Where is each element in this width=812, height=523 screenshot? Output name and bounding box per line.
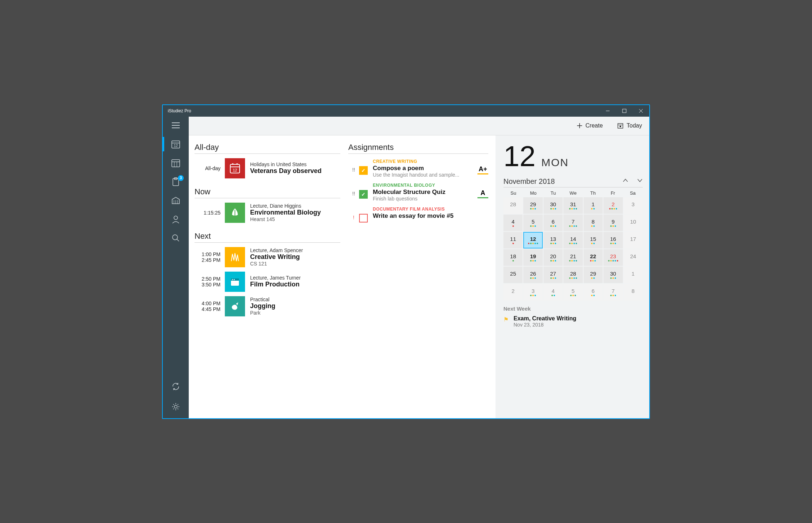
calendar-cell[interactable]: 5 bbox=[523, 215, 542, 231]
create-label: Create bbox=[585, 122, 603, 129]
assignment-grade: A bbox=[477, 189, 488, 198]
nav-settings[interactable] bbox=[166, 398, 186, 415]
calendar-cell[interactable]: 28 bbox=[563, 267, 582, 283]
event-title: Veterans Day observed bbox=[250, 167, 322, 175]
assignment-grade: A+ bbox=[477, 165, 488, 174]
next-week-section: Next Week ⚑ Exam, Creative Writing Nov 2… bbox=[503, 306, 643, 328]
nav-today[interactable]: 12 bbox=[166, 135, 186, 153]
next-week-item[interactable]: ⚑ Exam, Creative Writing Nov 23, 2018 bbox=[503, 315, 643, 328]
assignment-item[interactable]: !!✓CREATIVE WRITINGCompose a poemUse the… bbox=[348, 159, 488, 178]
create-button[interactable]: Create bbox=[577, 122, 603, 129]
next-event[interactable]: 1:00 PM2:45 PMLecture, Adam SpencerCreat… bbox=[195, 247, 340, 267]
calendar-cell[interactable]: 3 bbox=[624, 197, 643, 214]
calendar-cell[interactable]: 6 bbox=[584, 284, 603, 301]
calendar-cell[interactable]: 8 bbox=[584, 215, 603, 231]
prev-month-button[interactable] bbox=[623, 178, 628, 185]
calendar-icon bbox=[171, 158, 180, 168]
calendar-cell[interactable]: 2 bbox=[603, 197, 623, 214]
today-button[interactable]: Today bbox=[617, 122, 642, 129]
nav-planner[interactable] bbox=[166, 192, 186, 209]
now-event[interactable]: 1:15:25 Lecture, Diane Higgins Environme… bbox=[195, 203, 340, 223]
next-event[interactable]: 4:00 PM4:45 PMPracticalJoggingPark bbox=[195, 296, 340, 316]
calendar-cell[interactable]: 7 bbox=[563, 215, 582, 231]
weekday-header: Th bbox=[583, 190, 603, 196]
event-title: Jogging bbox=[250, 302, 275, 310]
calendar-cell[interactable]: 9 bbox=[603, 215, 623, 231]
calendar-cell[interactable]: 21 bbox=[563, 249, 582, 266]
close-button[interactable] bbox=[633, 105, 649, 117]
calendar-cell[interactable]: 1 bbox=[624, 267, 643, 283]
calendar-cell[interactable]: 29 bbox=[584, 267, 603, 283]
maximize-button[interactable] bbox=[616, 105, 633, 117]
calendar-cell[interactable]: 19 bbox=[523, 249, 542, 266]
calendar-cell[interactable]: 25 bbox=[503, 267, 523, 283]
calendar-cell[interactable]: 30 bbox=[543, 197, 563, 214]
calendar-cell[interactable]: 18 bbox=[503, 249, 523, 266]
calendar-cell[interactable]: 30 bbox=[603, 267, 623, 283]
next-month-button[interactable] bbox=[637, 178, 643, 185]
titlebar[interactable]: iStudiez Pro bbox=[163, 105, 649, 117]
nav-assignments[interactable]: 3 bbox=[166, 173, 186, 190]
calendar-cell[interactable]: 15 bbox=[584, 232, 603, 248]
assignment-item[interactable]: !!✓ENVIRONMENTAL BIOLOGYMolecular Struct… bbox=[348, 183, 488, 202]
assignment-checkbox[interactable]: ✓ bbox=[359, 166, 368, 175]
allday-header: All-day bbox=[195, 143, 340, 154]
calendar-cell[interactable]: 22 bbox=[584, 249, 603, 266]
building-icon bbox=[171, 196, 180, 205]
allday-event[interactable]: All-day 12 Holidays in United States Vet… bbox=[195, 158, 340, 178]
calendar-cell[interactable]: 13 bbox=[543, 232, 563, 248]
assignment-title: Compose a poem bbox=[373, 165, 477, 172]
next-event[interactable]: 2:50 PM3:50 PMLecture, James TurnerFilm … bbox=[195, 272, 340, 292]
event-line1: Lecture, James Turner bbox=[250, 275, 301, 281]
calendar-cell[interactable]: 26 bbox=[523, 267, 542, 283]
calendar-cell[interactable]: 4 bbox=[503, 215, 523, 231]
priority-indicator: ! bbox=[348, 207, 359, 220]
leaf-icon bbox=[228, 206, 241, 219]
svg-rect-27 bbox=[620, 126, 621, 127]
svg-text:12: 12 bbox=[233, 168, 237, 172]
calendar-cell[interactable]: 20 bbox=[543, 249, 563, 266]
svg-text:12: 12 bbox=[174, 144, 178, 148]
nav-calendar[interactable] bbox=[166, 154, 186, 172]
calendar-cell[interactable]: 17 bbox=[624, 232, 643, 248]
event-time: 2:50 PM3:50 PM bbox=[195, 276, 223, 288]
calendar-cell[interactable]: 4 bbox=[543, 284, 563, 301]
event-title: Film Production bbox=[250, 281, 301, 288]
calendar-cell[interactable]: 23 bbox=[603, 249, 623, 266]
calendar-cell[interactable]: 24 bbox=[624, 249, 643, 266]
calendar-cell[interactable]: 3 bbox=[523, 284, 542, 301]
calendar-cell[interactable]: 14 bbox=[563, 232, 582, 248]
calendar-cell[interactable]: 2 bbox=[503, 284, 523, 301]
calendar-cell[interactable]: 28 bbox=[503, 197, 523, 214]
calendar-cell[interactable]: 6 bbox=[543, 215, 563, 231]
calendar-cell[interactable]: 10 bbox=[624, 215, 643, 231]
assignment-checkbox[interactable]: ✓ bbox=[359, 190, 368, 199]
calendar-cell[interactable]: 7 bbox=[603, 284, 623, 301]
svg-point-31 bbox=[236, 163, 238, 165]
assignment-course: DOCUMENTARY FILM ANALYSIS bbox=[373, 207, 488, 212]
nav-sync[interactable] bbox=[166, 378, 186, 395]
calendar-cell[interactable]: 12 bbox=[523, 232, 542, 248]
nav-search[interactable] bbox=[166, 229, 186, 247]
calendar-cell[interactable]: 16 bbox=[603, 232, 623, 248]
minimize-button[interactable] bbox=[599, 105, 616, 117]
assignment-item[interactable]: !DOCUMENTARY FILM ANALYSISWrite an essay… bbox=[348, 207, 488, 222]
toolbar: Create Today bbox=[189, 117, 649, 135]
calendar-cell[interactable]: 29 bbox=[523, 197, 542, 214]
priority-indicator: !! bbox=[348, 183, 359, 196]
nav-instructors[interactable] bbox=[166, 211, 186, 228]
calendar-cell[interactable]: 11 bbox=[503, 232, 523, 248]
assignment-checkbox[interactable] bbox=[359, 214, 368, 222]
calendar-cell[interactable]: 5 bbox=[563, 284, 582, 301]
month-label: November 2018 bbox=[503, 177, 555, 186]
calendar-cell[interactable]: 8 bbox=[624, 284, 643, 301]
next-week-header: Next Week bbox=[503, 306, 643, 312]
app-window: iStudiez Pro 12 3 bbox=[162, 104, 650, 419]
calendar-cell[interactable]: 27 bbox=[543, 267, 563, 283]
weekday-header: Mo bbox=[523, 190, 543, 196]
hamburger-button[interactable] bbox=[163, 117, 189, 134]
svg-point-30 bbox=[232, 163, 233, 165]
calendar-cell[interactable]: 1 bbox=[584, 197, 603, 214]
event-time: 4:00 PM4:45 PM bbox=[195, 301, 223, 312]
calendar-cell[interactable]: 31 bbox=[563, 197, 582, 214]
